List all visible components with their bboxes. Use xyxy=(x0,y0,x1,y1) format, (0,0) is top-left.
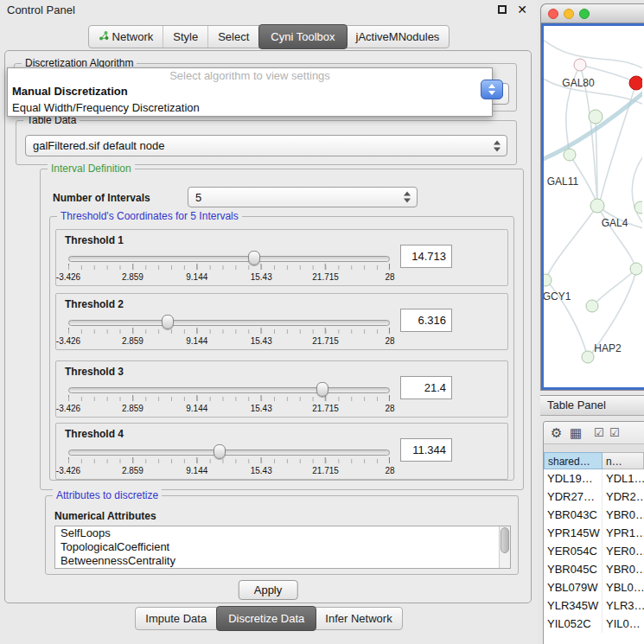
threshold-2-value-field[interactable] xyxy=(400,309,452,332)
scale-label: 21.715 xyxy=(312,466,339,475)
scale-label: 9.144 xyxy=(186,336,207,346)
cell: YPR1… xyxy=(603,524,644,542)
network-icon xyxy=(99,30,109,43)
table-header-row: shared… n… xyxy=(544,452,644,469)
list-item[interactable]: TopologicalCoefficient xyxy=(55,540,510,554)
table-row[interactable]: YER054CYER0… xyxy=(544,542,644,560)
scale-label: 9.144 xyxy=(186,466,207,475)
scale-label: 2.859 xyxy=(122,336,143,346)
select-all-icon[interactable]: ☑ xyxy=(594,426,604,439)
table-data-combobox[interactable]: galFiltered.sif default node xyxy=(25,135,507,156)
tab-cyni-toolbox[interactable]: Cyni Toolbox xyxy=(258,24,347,49)
scale-label: 28 xyxy=(385,336,394,346)
tab-infer-network[interactable]: Infer Network xyxy=(316,608,401,629)
network-node-selected[interactable] xyxy=(629,76,642,90)
network-node[interactable] xyxy=(589,110,603,124)
list-item[interactable]: SelfLoops xyxy=(55,526,510,540)
table-row[interactable]: YPR145WYPR1… xyxy=(544,524,644,542)
network-node-gal4[interactable] xyxy=(590,199,604,213)
algorithm-dropdown-popup: Select algorithm to view settings Manual… xyxy=(7,67,493,117)
close-panel-icon[interactable]: ✕ xyxy=(517,3,527,16)
numerical-attributes-label: Numerical Attributes xyxy=(54,510,156,522)
scale-label: -3.426 xyxy=(56,336,80,346)
top-tab-bar: Network Style Select Cyni Toolbox jActiv… xyxy=(0,25,538,48)
table-row[interactable]: YBR045CYBR0… xyxy=(544,560,644,578)
slider-thumb[interactable] xyxy=(248,251,260,265)
minimize-window-button[interactable] xyxy=(564,9,574,19)
cell: YDR27… xyxy=(544,488,603,506)
network-node-gcy1[interactable] xyxy=(544,274,552,286)
node-label: GAL80 xyxy=(562,77,595,89)
slider-track[interactable] xyxy=(68,387,390,393)
select-function-icon[interactable]: ☑ xyxy=(609,426,620,439)
number-of-intervals-combobox[interactable]: 5 xyxy=(188,187,418,207)
group-title: Interval Definition xyxy=(48,163,135,175)
table-row[interactable]: YDL19…YDL1… xyxy=(544,469,644,488)
top-tab-group: Network Style Select Cyni Toolbox jActiv… xyxy=(88,25,450,48)
threshold-4-value-field[interactable] xyxy=(400,438,452,462)
network-node[interactable] xyxy=(634,201,642,214)
slider-thumb[interactable] xyxy=(214,444,226,459)
apply-button[interactable]: Apply xyxy=(239,580,298,600)
network-view[interactable]: GAL80 GAL11 GAL4 GCY1 HAP2 xyxy=(541,23,644,390)
threshold-3-slider[interactable]: -3.426 2.859 9.144 15.43 21.715 28 xyxy=(68,382,390,417)
node-label: GAL11 xyxy=(547,175,579,188)
tab-style[interactable]: Style xyxy=(163,26,208,48)
column-header-shared-name[interactable]: shared… xyxy=(544,452,603,469)
column-header-name[interactable]: n… xyxy=(603,452,644,469)
tab-label: Style xyxy=(173,30,198,43)
threshold-3-value-field[interactable] xyxy=(400,376,452,399)
list-scrollbar[interactable] xyxy=(499,526,510,568)
table-row[interactable]: YIL052CYIL0… xyxy=(544,615,644,633)
slider-track[interactable] xyxy=(68,320,390,326)
close-window-button[interactable] xyxy=(548,9,558,19)
node-label: GCY1 xyxy=(544,290,571,303)
table-row[interactable]: YLR345WYLR3… xyxy=(544,596,644,615)
float-panel-icon[interactable] xyxy=(498,5,507,14)
threshold-label: Threshold 4 xyxy=(65,428,124,440)
threshold-label: Threshold 1 xyxy=(65,234,124,246)
gear-icon[interactable]: ⚙ xyxy=(551,425,562,441)
scrollbar-thumb[interactable] xyxy=(501,527,509,553)
tab-select[interactable]: Select xyxy=(208,26,259,48)
network-node-gal11[interactable] xyxy=(564,149,576,161)
control-panel-titlebar: Control Panel ✕ xyxy=(0,0,538,19)
network-node[interactable] xyxy=(586,300,598,312)
table-row[interactable]: YDR27…YDR2… xyxy=(544,488,644,506)
tab-label: Discretize Data xyxy=(228,612,304,625)
algorithm-combobox-stepper[interactable] xyxy=(481,80,503,99)
threshold-2-slider[interactable]: -3.426 2.859 9.144 15.43 21.715 28 xyxy=(68,315,390,349)
network-node-gal80[interactable] xyxy=(574,59,586,71)
slider-thumb[interactable] xyxy=(316,382,328,397)
scale-label: 15.43 xyxy=(251,272,272,282)
network-node-hap2[interactable] xyxy=(582,351,594,363)
menu-item-equal-width-frequency[interactable]: Equal Width/Frequency Discretization xyxy=(8,99,492,116)
table-toolbar: ⚙ ▦ ☑ ☑ xyxy=(544,422,644,444)
node-label: HAP2 xyxy=(594,342,622,354)
cell: YLR3… xyxy=(603,596,644,615)
scale-label: 28 xyxy=(385,404,394,413)
zoom-window-button[interactable] xyxy=(579,9,590,19)
columns-icon[interactable]: ▦ xyxy=(570,425,582,441)
table-row[interactable]: YBR043CYBR0… xyxy=(544,506,644,524)
menu-item-manual-discretization[interactable]: Manual Discretization xyxy=(8,83,492,99)
scale-label: 2.859 xyxy=(122,466,143,475)
slider-track[interactable] xyxy=(68,450,390,456)
threshold-1-slider[interactable]: -3.426 2.859 9.144 15.43 21.715 28 xyxy=(68,251,390,285)
tab-impute-data[interactable]: Impute Data xyxy=(136,608,217,629)
threshold-label: Threshold 3 xyxy=(65,366,124,378)
tab-network[interactable]: Network xyxy=(89,26,164,48)
threshold-4-slider[interactable]: -3.426 2.859 9.144 15.43 21.715 28 xyxy=(68,444,390,479)
slider-minor-ticks xyxy=(68,329,390,334)
tab-discretize-data[interactable]: Discretize Data xyxy=(216,606,316,631)
panel-title: Control Panel xyxy=(7,3,75,16)
scale-label: 15.43 xyxy=(251,404,272,413)
list-item[interactable]: BetweennessCentrality xyxy=(55,554,510,568)
slider-track[interactable] xyxy=(68,256,390,262)
scale-label: 28 xyxy=(385,272,394,282)
network-node[interactable] xyxy=(630,263,642,275)
slider-thumb[interactable] xyxy=(162,315,174,329)
table-row[interactable]: YBL079WYBL0… xyxy=(544,578,644,596)
tab-jactivemnodules[interactable]: jActiveMNodules xyxy=(347,26,450,48)
threshold-1-value-field[interactable] xyxy=(400,245,452,268)
